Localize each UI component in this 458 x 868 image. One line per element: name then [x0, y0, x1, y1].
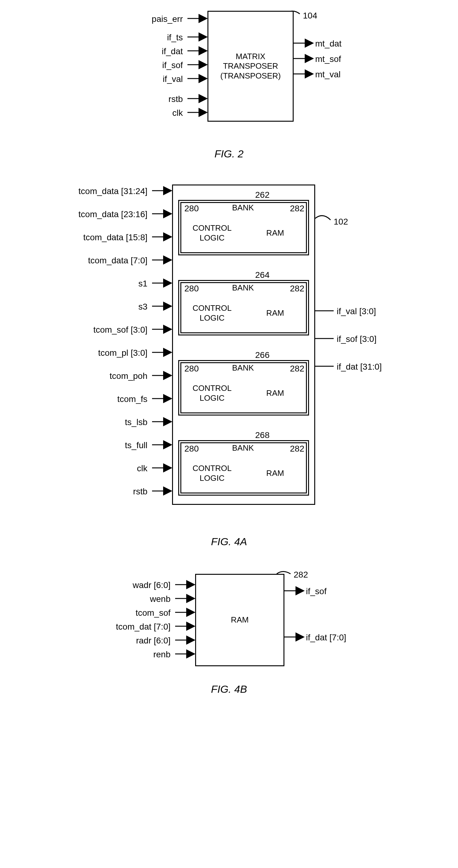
sig-clk-4a: clk — [137, 464, 148, 473]
sig-mt-dat: mt_dat — [315, 39, 342, 49]
sig-s1: s1 — [138, 279, 148, 289]
sig-tcom-data-15-8: tcom_data [15:8] — [83, 232, 148, 242]
sig-if-val-30: if_val [3:0] — [337, 307, 376, 316]
sig-tcom-data-31-24: tcom_data [31:24] — [78, 186, 148, 196]
bank-title-3: BANK — [232, 363, 254, 373]
ram-label-1: RAM — [246, 215, 304, 251]
figure-4a: BANK 262 280 282 CONTROL LOGIC RAM BANK … — [60, 178, 398, 548]
ctrl-label-2: CONTROL LOGIC — [183, 296, 241, 331]
sig-if-val: if_val — [163, 74, 183, 84]
sig-ts-lsb: ts_lsb — [125, 417, 148, 427]
sig-if-sof: if_sof — [162, 60, 183, 70]
ref-102: 102 — [334, 217, 348, 227]
ram-label-2: RAM — [246, 296, 304, 331]
sig-rstb: rstb — [168, 94, 183, 104]
sig-if-dat-70: if_dat [7:0] — [306, 633, 346, 643]
sig-tcom-sof: tcom_sof [3:0] — [93, 325, 148, 335]
bank-title-2: BANK — [232, 283, 254, 292]
transposer-block: MATRIX TRANSPOSER (TRANSPOSER) — [207, 11, 294, 122]
fig4a-caption: FIG. 4A — [211, 536, 247, 548]
sig-wadr: wadr [6:0] — [133, 580, 170, 590]
ref-282-4b: 282 — [294, 570, 308, 580]
bank-ref-262: 262 — [255, 190, 270, 200]
ref-280-1: 280 — [184, 204, 199, 213]
ref-280-3: 280 — [184, 364, 199, 374]
ctrl-label-1: CONTROL LOGIC — [183, 215, 241, 251]
sig-tcom-sof-4b: tcom_sof — [135, 608, 170, 618]
sig-if-sof-4b: if_sof — [306, 586, 327, 596]
ref-282-2: 282 — [290, 284, 304, 293]
bank-ref-264: 264 — [255, 270, 270, 280]
sig-mt-val: mt_val — [315, 70, 340, 80]
bank-title-4: BANK — [232, 443, 254, 453]
sig-wenb: wenb — [150, 594, 170, 604]
sig-s3: s3 — [138, 302, 148, 312]
ctrl-label-4: CONTROL LOGIC — [183, 456, 241, 491]
ref-104: 104 — [303, 11, 317, 21]
sig-renb: renb — [153, 650, 170, 659]
ref-282-3: 282 — [290, 364, 304, 374]
ram-block-4b: RAM — [195, 574, 285, 666]
ref-280-2: 280 — [184, 284, 199, 293]
sig-radr: radr [6:0] — [136, 636, 170, 646]
sig-mt-sof: mt_sof — [315, 54, 341, 64]
figure-4b: RAM 282 wadr [6:0] wenb tcom_sof tcom_da… — [91, 566, 367, 695]
bank-title-1: BANK — [232, 203, 254, 213]
sig-tcom-dat-70: tcom_dat [7:0] — [116, 622, 170, 632]
fig2-diagram: MATRIX TRANSPOSER (TRANSPOSER) 104 pais_… — [103, 6, 355, 142]
sig-if-ts: if_ts — [167, 33, 183, 42]
ram-label-4: RAM — [246, 456, 304, 491]
sig-tcom-data-23-16: tcom_data [23:16] — [78, 210, 148, 219]
ref-280-4: 280 — [184, 444, 199, 454]
sig-pais-err: pais_err — [152, 14, 183, 24]
ctrl-label-3: CONTROL LOGIC — [183, 375, 241, 411]
sig-tcom-data-7-0: tcom_data [7:0] — [88, 256, 148, 266]
bank-ref-268: 268 — [255, 430, 270, 440]
sig-if-sof-30: if_sof [3:0] — [337, 334, 377, 344]
sig-if-dat-310: if_dat [31:0] — [337, 362, 382, 372]
bank-ref-266: 266 — [255, 350, 270, 360]
figure-2: MATRIX TRANSPOSER (TRANSPOSER) 104 pais_… — [103, 6, 355, 160]
ref-282-1: 282 — [290, 204, 304, 213]
fig4b-caption: FIG. 4B — [211, 683, 247, 695]
ram-label-3: RAM — [246, 375, 304, 411]
sig-if-dat: if_dat — [162, 46, 183, 56]
sig-tcom-poh: tcom_poh — [109, 371, 148, 381]
sig-rstb-4a: rstb — [133, 487, 148, 497]
sig-clk: clk — [172, 108, 183, 118]
fig4b-diagram: RAM 282 wadr [6:0] wenb tcom_sof tcom_da… — [91, 566, 367, 677]
ref-282-4: 282 — [290, 444, 304, 454]
sig-ts-full: ts_full — [125, 440, 148, 450]
fig4a-diagram: BANK 262 280 282 CONTROL LOGIC RAM BANK … — [60, 178, 398, 529]
sig-tcom-fs: tcom_fs — [117, 394, 148, 404]
fig2-caption: FIG. 2 — [215, 148, 243, 160]
sig-tcom-pl: tcom_pl [3:0] — [98, 348, 148, 358]
